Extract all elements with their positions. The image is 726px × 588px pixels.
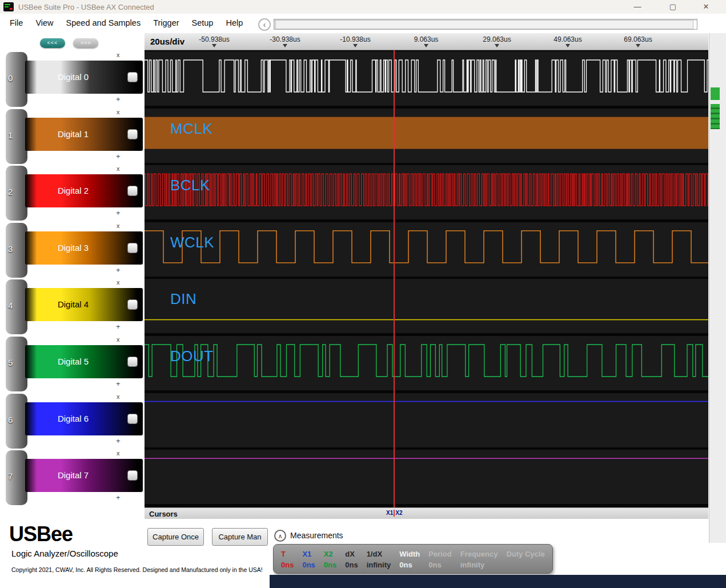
channel-grow-control[interactable]: + <box>116 494 121 501</box>
close-icon[interactable]: ✕ <box>697 1 715 13</box>
collapse-channels-button[interactable]: <<< <box>40 38 65 48</box>
channel-shrink-control[interactable]: x <box>117 450 120 457</box>
channel-number-tab[interactable]: 3 <box>6 223 27 278</box>
channel-row-digital-5: 5xDigital 5+ <box>0 336 145 393</box>
channel-grow-control[interactable]: + <box>116 95 121 103</box>
waveform-area: 20us/div -50.938us-30.938us-10.938us9.06… <box>145 33 708 507</box>
measurement-label: X1 <box>302 549 315 559</box>
channel-row-digital-3: 3xDigital 3+ <box>0 222 145 279</box>
menu-item-trigger[interactable]: Trigger <box>147 14 185 32</box>
collapse-measurements-icon[interactable]: ∧ <box>274 530 286 542</box>
channel-shrink-control[interactable]: x <box>117 394 120 400</box>
channel-shrink-control[interactable]: x <box>117 109 120 115</box>
channel-number-tab[interactable]: 6 <box>6 394 27 449</box>
cursor-x1-label[interactable]: X1 <box>386 510 393 516</box>
channel-shrink-control[interactable]: x <box>117 337 120 343</box>
cursor-x2-label[interactable]: X2 <box>395 510 402 516</box>
menu-item-file[interactable]: File <box>3 14 29 32</box>
channel-color-bar[interactable]: Digital 2 <box>25 174 143 207</box>
background-window-fragment <box>711 104 720 129</box>
channel-checkbox[interactable] <box>127 299 138 310</box>
waveform-digital-3 <box>145 231 708 263</box>
channel-grow-control[interactable]: + <box>116 437 121 445</box>
channel-checkbox[interactable] <box>127 243 138 253</box>
measurement-1-dx: 1/dXinfinity <box>367 549 391 570</box>
measurements-label: Measurements <box>290 531 343 540</box>
ruler-tick-label: 9.063us <box>414 35 439 43</box>
measurement-value: 0ns <box>302 559 315 570</box>
capture-once-button[interactable]: Capture Once <box>147 528 204 546</box>
background-window-fragment <box>711 87 720 100</box>
channel-shrink-control[interactable]: x <box>117 52 120 58</box>
menu-items: FileViewSpeed and SamplesTriggerSetupHel… <box>3 14 249 33</box>
channel-label: Digital 4 <box>25 299 121 309</box>
measurement-t: T0ns <box>281 549 294 570</box>
measurement-label: Frequency <box>460 549 498 559</box>
horizontal-scrollbar[interactable] <box>274 19 697 30</box>
channel-number: 6 <box>8 415 13 425</box>
channel-checkbox[interactable] <box>127 357 138 367</box>
channel-color-bar[interactable]: Digital 3 <box>25 231 143 265</box>
channel-sidebar: <<< >>> 0xDigital 0+1xDigital 1+2xDigita… <box>0 33 145 507</box>
ruler-tick-label: -50.938us <box>199 35 229 43</box>
channel-number-tab[interactable]: 4 <box>6 279 27 334</box>
horizontal-scrollbar-thumb[interactable] <box>275 20 693 29</box>
measurement-label: Period <box>428 549 451 559</box>
channel-shrink-control[interactable]: x <box>117 279 120 286</box>
channel-checkbox[interactable] <box>127 414 138 424</box>
channel-color-bar[interactable]: Digital 7 <box>25 459 143 492</box>
time-scale-label: 20us/div <box>150 37 184 46</box>
menu-item-help[interactable]: Help <box>219 14 249 32</box>
channel-color-bar[interactable]: Digital 0 <box>25 61 143 94</box>
waveform-digital-5 <box>145 345 708 377</box>
channel-number-tab[interactable]: 7 <box>6 450 27 505</box>
channel-grow-control[interactable]: + <box>116 323 121 330</box>
channel-row-digital-1: 1xDigital 1+ <box>0 109 145 165</box>
channel-number-tab[interactable]: 1 <box>6 109 27 164</box>
channel-grow-control[interactable]: + <box>116 209 121 217</box>
scroll-left-icon[interactable]: ‹ <box>258 18 271 31</box>
channel-number-tab[interactable]: 2 <box>6 166 27 221</box>
channel-color-bar[interactable]: Digital 4 <box>25 288 143 321</box>
trigger-cursor-line[interactable] <box>394 50 395 507</box>
channel-label: Digital 0 <box>25 72 121 82</box>
channel-number-tab[interactable]: 0 <box>6 52 27 107</box>
channel-grow-control[interactable]: + <box>116 153 121 160</box>
channel-checkbox[interactable] <box>127 186 138 196</box>
channel-number: 3 <box>8 244 13 254</box>
channel-shrink-control[interactable]: x <box>117 166 120 172</box>
channel-checkbox[interactable] <box>127 470 138 481</box>
waveform-digital-0 <box>145 60 708 92</box>
channel-number: 0 <box>8 73 13 83</box>
channel-color-bar[interactable]: Digital 1 <box>25 118 143 151</box>
channel-number-tab[interactable]: 5 <box>6 337 27 391</box>
measurement-label: Duty Cycle <box>506 549 544 559</box>
cursor-x1x2-marker[interactable]: X1X2 <box>386 510 402 517</box>
ruler-tick-label: 69.063us <box>624 35 652 43</box>
menu-item-speed-and-samples[interactable]: Speed and Samples <box>60 14 147 32</box>
channel-label: Digital 5 <box>25 357 121 366</box>
measurement-width: Width0ns <box>399 549 420 570</box>
channel-row-digital-0: 0xDigital 0+ <box>0 51 145 108</box>
channel-checkbox[interactable] <box>127 129 138 139</box>
channel-grow-control[interactable]: + <box>116 380 121 387</box>
expand-channels-button[interactable]: >>> <box>73 38 98 48</box>
channel-checkbox[interactable] <box>127 72 138 82</box>
menu-item-view[interactable]: View <box>29 14 59 32</box>
channel-color-bar[interactable]: Digital 6 <box>25 402 143 435</box>
channel-grow-control[interactable]: + <box>116 266 121 274</box>
ruler-tick-label: -30.938us <box>270 35 300 43</box>
maximize-icon[interactable]: ▢ <box>664 1 682 13</box>
capture-manual-button[interactable]: Capture Man <box>212 528 268 546</box>
ruler-tick-icon <box>565 44 570 47</box>
channel-number: 5 <box>8 358 13 367</box>
ruler-tick-icon <box>636 44 640 47</box>
vertical-scrollbar[interactable] <box>709 33 726 543</box>
minimize-icon[interactable]: — <box>628 1 647 13</box>
measurement-value: 0ns <box>281 559 294 570</box>
channel-color-bar[interactable]: Digital 5 <box>25 345 143 378</box>
channel-shrink-control[interactable]: x <box>117 223 120 229</box>
signal-label-bclk: BCLK <box>170 177 210 194</box>
channel-label: Digital 3 <box>25 243 121 253</box>
menu-item-setup[interactable]: Setup <box>186 14 220 32</box>
